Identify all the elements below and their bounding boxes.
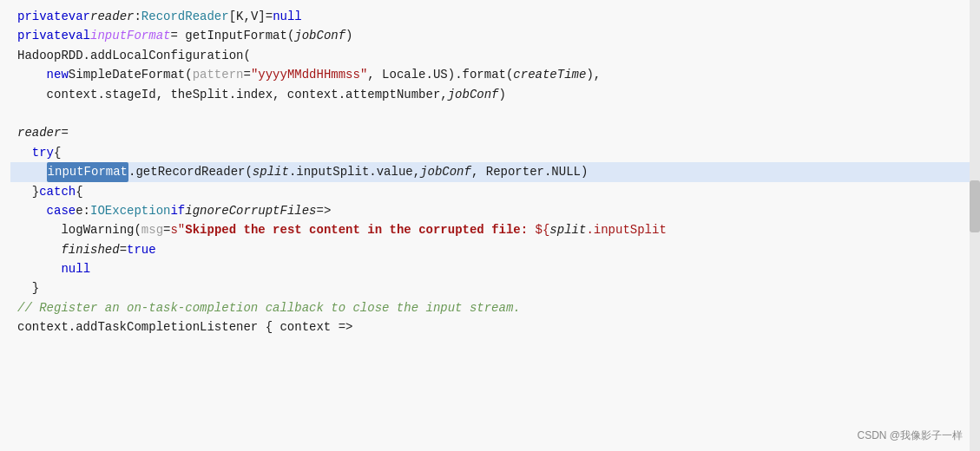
watermark: CSDN @我像影子一样 <box>857 428 963 444</box>
code-line-4: new SimpleDateFormat( pattern = "yyyyMMd… <box>10 65 980 84</box>
str-s: s"Skipped the rest content in the corrup… <box>170 220 549 239</box>
jobconf-param: jobConf <box>420 162 471 181</box>
code-line-13: finished = true <box>10 240 980 259</box>
inputformat-selected: inputFormat <box>47 162 128 181</box>
bracket-close: ] <box>258 7 265 26</box>
param-createtime: createTime <box>513 65 586 84</box>
str-inputsplit: .inputSplit <box>586 220 666 239</box>
code-line-10: } catch { <box>10 182 980 201</box>
indent15 <box>17 278 32 297</box>
indent13 <box>17 240 61 259</box>
type-ioexception: IOException <box>90 201 170 220</box>
eq2: = getInputFormat( <box>170 26 294 45</box>
code-line-12: logWarning( msg = s"Skipped the rest con… <box>10 220 980 239</box>
kw-val: val <box>69 26 90 45</box>
code-line-8: try { <box>10 143 980 162</box>
reader-ident: reader <box>17 123 61 142</box>
ident-reader: reader <box>90 7 134 26</box>
kw-private: private <box>17 7 69 26</box>
type-k: K <box>236 7 243 26</box>
code-line-6 <box>10 104 980 123</box>
eq5: = <box>163 220 170 239</box>
logwarning: logWarning( <box>61 220 141 239</box>
kw-catch: catch <box>39 182 76 201</box>
indent14 <box>17 259 61 278</box>
eq4: = <box>61 123 68 142</box>
indent4 <box>17 65 47 84</box>
watermark-csdn: CSDN @我像影子一样 <box>857 429 963 441</box>
kw-private2: private <box>17 26 69 45</box>
indent11 <box>17 201 47 220</box>
locale-us: US <box>433 65 448 84</box>
param-msg: msg <box>141 220 163 239</box>
comma2: , Locale. <box>367 65 433 84</box>
code-line-2: private val inputFormat = getInputFormat… <box>10 26 980 45</box>
vertical-scrollbar[interactable] <box>970 0 980 451</box>
param-jobconf2: jobConf <box>448 85 499 104</box>
dot-inputsplit: .inputSplit.value, <box>289 162 420 181</box>
type-recordreader: RecordReader <box>141 7 229 26</box>
ident-inputformat: inputFormat <box>90 26 170 45</box>
code-line-3: HadoopRDD.addLocalConfiguration( <box>10 46 980 65</box>
getrecordreader: .getRecordReader( <box>128 162 253 181</box>
kw-var: var <box>69 7 90 26</box>
split-param: split <box>253 162 289 181</box>
comment-register: // Register an on-task-completion callba… <box>17 298 521 317</box>
null-val: null <box>273 7 302 26</box>
kw-case: case <box>47 201 76 220</box>
code-editor: private var reader : RecordReader [ K , … <box>0 0 980 451</box>
type-v: V <box>251 7 258 26</box>
brace-open2: { <box>76 182 82 201</box>
brace-open: { <box>54 143 61 162</box>
code-lines: private var reader : RecordReader [ K , … <box>0 0 980 344</box>
code-line-17: context.addTaskCompletionListener { cont… <box>10 317 980 337</box>
indent8 <box>17 143 32 162</box>
true-val: true <box>127 240 156 259</box>
punct: : <box>134 7 141 26</box>
format-call: ).format( <box>448 65 514 84</box>
code-line-11: case e: IOException if ignoreCorruptFile… <box>10 201 980 220</box>
kw-try: try <box>32 143 54 162</box>
context-stageid: context.stageId, theSplit.index, context… <box>47 85 448 104</box>
indent5 <box>17 85 47 104</box>
paren-close2: ), <box>586 65 601 84</box>
param-jobconf: jobConf <box>294 26 345 45</box>
brace-close-try: } <box>32 182 39 201</box>
ignorecorrupt: ignoreCorruptFiles <box>185 201 316 220</box>
code-line-14: null <box>10 259 980 278</box>
code-line-7: reader = <box>10 123 980 142</box>
case-e: e: <box>76 201 90 220</box>
indent9 <box>17 162 47 181</box>
code-line-15: } <box>10 278 980 297</box>
code-line-16: // Register an on-task-completion callba… <box>10 298 980 317</box>
hadoop-rdd: HadoopRDD.addLocalConfiguration( <box>17 46 251 65</box>
reporter: , Reporter.NULL) <box>471 162 588 181</box>
arrow: => <box>317 201 332 220</box>
paren-close: ) <box>345 26 352 45</box>
eq3: = <box>243 65 250 84</box>
brace-close2: } <box>32 278 39 297</box>
code-line-5: context.stageId, theSplit.index, context… <box>10 85 980 104</box>
indent10 <box>17 182 32 201</box>
paren-close3: ) <box>499 85 506 104</box>
null-val2: null <box>61 259 90 278</box>
code-line-1: private var reader : RecordReader [ K , … <box>10 7 980 26</box>
scrollbar-thumb[interactable] <box>970 180 980 232</box>
eq6: = <box>120 240 127 259</box>
split-inputsplit: split <box>549 220 586 239</box>
simpledateformat: SimpleDateFormat( <box>69 65 193 84</box>
finished-ident: finished <box>61 240 119 259</box>
kw-new: new <box>47 65 69 84</box>
context-addtask: context.addTaskCompletionListener { cont… <box>17 317 352 337</box>
indent12 <box>17 220 61 239</box>
str-pattern: "yyyyMMddHHmmss" <box>251 65 367 84</box>
comma: , <box>244 7 251 26</box>
kw-if: if <box>170 201 185 220</box>
bracket: [ <box>229 7 236 26</box>
param-pattern: pattern <box>193 65 244 84</box>
code-line-9: inputFormat .getRecordReader( split .inp… <box>10 162 980 181</box>
eq: = <box>266 7 273 26</box>
